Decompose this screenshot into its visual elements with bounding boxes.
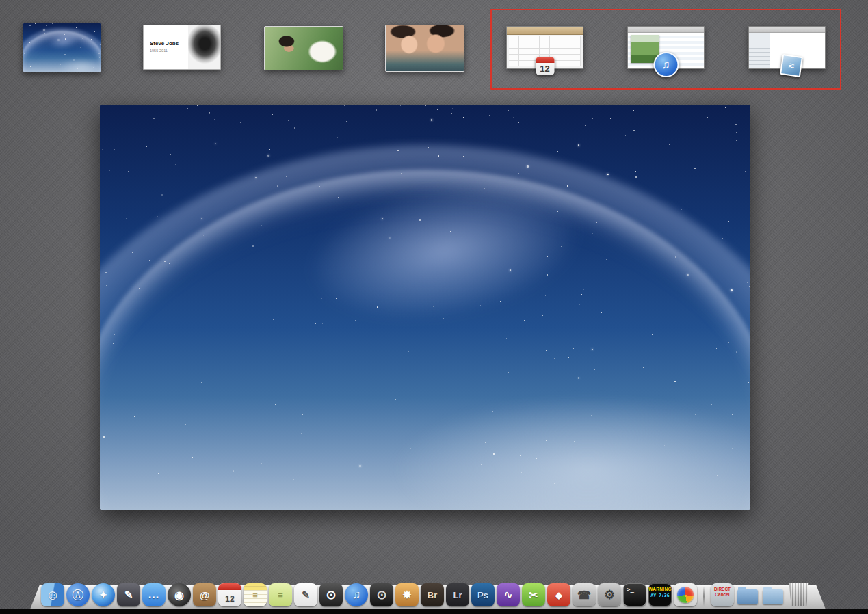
- safari-compass-icon: ✦: [92, 583, 115, 606]
- slide-subtitle: 1955-2011: [150, 49, 168, 53]
- itunes-note-icon: ♫: [345, 583, 368, 606]
- photo-stack-icon: ⊙: [319, 583, 343, 606]
- space-thumbnail-desktop[interactable]: [23, 23, 101, 72]
- window-thumbnail-itunes[interactable]: ♫: [627, 26, 705, 69]
- mission-control-view: Steve Jobs 1955-2011 12 ♫: [0, 0, 868, 614]
- dock-item-messages[interactable]: …: [142, 583, 166, 606]
- dock: ☺ Ⓐ ✦ ✎ … ◉ @ 12 ≡ ≡ ✎ ⊙ ♫ ⊙ ✸ Br Lr Ps …: [41, 583, 810, 606]
- desktop-thumbnail-wallpaper: [23, 23, 101, 72]
- dock-separator: [703, 586, 705, 606]
- warning-line-1: WARNING: [648, 587, 672, 591]
- dock-item-finder[interactable]: ☺: [41, 583, 64, 606]
- slide-title: Steve Jobs: [150, 40, 179, 46]
- dock-item-contacts[interactable]: @: [193, 583, 216, 606]
- app-store-icon: Ⓐ: [66, 583, 90, 606]
- dock-item-adobe-lightroom[interactable]: Lr: [446, 583, 469, 606]
- scissors-icon: ✂: [522, 583, 545, 606]
- warning-lcd-icon: WARNING AY 7:36: [648, 583, 672, 606]
- mail-message-list: [749, 33, 770, 68]
- dock-item-red-utility[interactable]: ◆: [547, 583, 570, 606]
- dock-item-system-preferences[interactable]: ⚙: [598, 583, 621, 606]
- dock-item-direct-widget[interactable]: DIRECT Cancel: [711, 583, 734, 606]
- ical-toolbar: [507, 27, 583, 35]
- dock-item-adobe-photoshop[interactable]: Ps: [471, 583, 495, 606]
- dock-item-trash[interactable]: [787, 583, 810, 606]
- window-thumbnail-presentation[interactable]: Steve Jobs 1955-2011: [143, 25, 221, 70]
- photoshop-icon: Ps: [471, 583, 495, 606]
- warning-line-2: AY 7:36: [650, 593, 669, 598]
- mail-toolbar: [749, 27, 825, 33]
- trash-basket-icon: [787, 583, 811, 606]
- couple-photo: [386, 25, 464, 71]
- dock-item-warning-widget[interactable]: WARNING AY 7:36: [648, 583, 672, 606]
- seagull-photo: [265, 27, 343, 70]
- dock-item-notes[interactable]: ≡: [244, 583, 267, 606]
- camera-lens-icon: ⊙: [370, 583, 393, 606]
- window-thumbnail-photo-couple[interactable]: [385, 25, 464, 72]
- quicktime-icon: ◉: [168, 583, 191, 606]
- ical-icon: 12: [536, 57, 554, 75]
- calendar-icon: 12: [218, 583, 241, 606]
- itunes-toolbar: [628, 27, 704, 33]
- dock-item-iphoto[interactable]: ✸: [395, 583, 419, 606]
- presentation-slide: Steve Jobs 1955-2011: [143, 25, 221, 70]
- dock-item-documents-folder[interactable]: [761, 583, 785, 606]
- itunes-icon: ♫: [653, 52, 679, 77]
- chat-bubble-icon: …: [142, 583, 166, 606]
- pie-chart-disc: [677, 587, 694, 603]
- dock-item-ical[interactable]: 12: [218, 583, 241, 606]
- pen-icon: ✎: [117, 583, 140, 606]
- screen-bottom-edge: [0, 609, 868, 614]
- red-app-icon: ◆: [547, 583, 570, 606]
- documents-folder-icon: [761, 583, 785, 606]
- dock-item-app-store[interactable]: Ⓐ: [66, 583, 90, 606]
- wave-icon: ∿: [497, 583, 520, 606]
- bridge-icon: Br: [421, 583, 444, 606]
- textedit-icon: ✎: [294, 583, 317, 606]
- finder-icon: ☺: [41, 583, 64, 606]
- portrait-photo: [188, 25, 220, 69]
- dock-item-grab-app[interactable]: ✂: [522, 583, 545, 606]
- phone-icon: ☎: [573, 583, 596, 606]
- direct-line-1: DIRECT: [714, 587, 731, 591]
- window-thumbnail-mail[interactable]: ≋: [748, 26, 826, 69]
- mail-icon: ≋: [780, 54, 803, 77]
- dock-item-stickies[interactable]: ≡: [269, 583, 292, 606]
- dock-item-downloads-folder[interactable]: [736, 583, 759, 606]
- dock-item-terminal[interactable]: >_: [623, 583, 646, 606]
- dock-item-textedit[interactable]: ✎: [294, 583, 317, 606]
- window-thumbnail-ical[interactable]: 12: [506, 26, 583, 69]
- downloads-folder-icon: [736, 583, 759, 606]
- lightroom-icon: Lr: [446, 583, 469, 606]
- address-book-icon: @: [193, 583, 216, 606]
- notes-icon: ≡: [244, 583, 267, 606]
- dock-item-phone-utility[interactable]: ☎: [573, 583, 596, 606]
- dock-item-quicktime[interactable]: ◉: [168, 583, 191, 606]
- window-thumbnail-photo-seagull[interactable]: [264, 26, 343, 70]
- desktop-preview[interactable]: [100, 105, 750, 510]
- direct-scanner-icon: DIRECT Cancel: [711, 583, 734, 606]
- folder-shape: [763, 589, 783, 604]
- folder-shape: [737, 589, 758, 604]
- mail-stamp-bird: ≋: [782, 55, 802, 75]
- dock-item-adobe-bridge[interactable]: Br: [421, 583, 444, 606]
- terminal-icon: >_: [623, 583, 646, 606]
- dock-item-itunes[interactable]: ♫: [345, 583, 368, 606]
- dock-item-wacom-app[interactable]: ∿: [497, 583, 520, 606]
- direct-line-2: Cancel: [715, 592, 729, 597]
- gear-icon: ⚙: [598, 583, 621, 606]
- dock-item-camera-app[interactable]: ⊙: [370, 583, 393, 606]
- dock-item-activity-pie[interactable]: [674, 583, 697, 606]
- dock-item-safari[interactable]: ✦: [92, 583, 115, 606]
- stickies-icon: ≡: [269, 583, 292, 606]
- pie-chart-icon: [674, 583, 697, 606]
- dock-item-photos-app[interactable]: ⊙: [319, 583, 343, 606]
- dock-item-sketch-app[interactable]: ✎: [117, 583, 140, 606]
- iphoto-icon: ✸: [395, 583, 419, 606]
